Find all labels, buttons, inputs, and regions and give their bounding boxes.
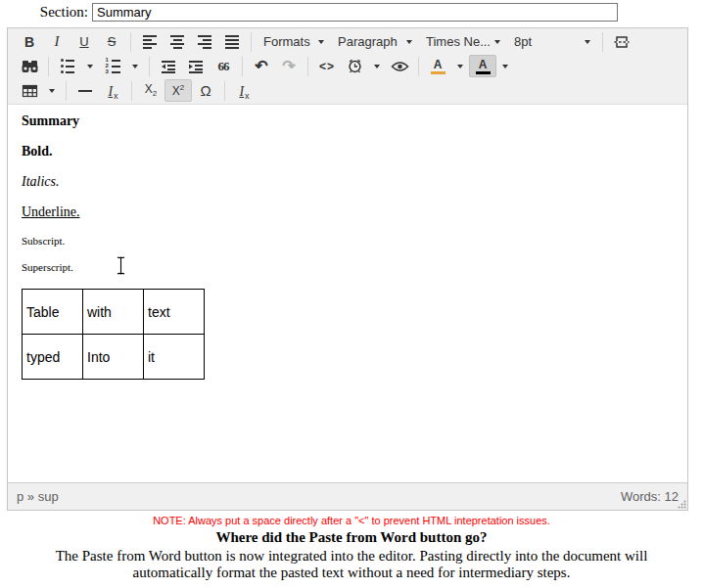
remove-format-button[interactable]: Ix [230,79,258,102]
toolbar-separator [307,57,308,76]
superscript-button[interactable]: X2 [164,79,192,102]
blockquote-button[interactable]: 66 [210,55,237,77]
toolbar-separator [242,57,243,76]
clear-formatting-icon: Ix [108,82,117,100]
chevron-down-icon [49,89,55,93]
font-family-dropdown[interactable]: Times Ne... [419,30,507,53]
numbered-list-button[interactable]: 1 2 3 [99,55,126,77]
toolbar-row-1: B I U S Formats Paragraph [8,29,687,54]
table-row: typed Into it [23,335,205,380]
undo-icon: ↶ [255,59,267,74]
table-cell[interactable]: it [144,335,205,380]
clear-formatting-button[interactable]: Ix [99,79,126,102]
rich-text-editor: B I U S Formats Paragraph [7,27,688,511]
numbered-list-icon: 1 2 3 [106,59,120,73]
outdent-icon [161,60,176,73]
toolbar-separator [602,32,603,52]
table-cell[interactable]: typed [23,335,83,380]
bullet-list-button[interactable] [54,55,81,77]
align-center-icon [170,35,184,49]
paragraph[interactable]: Italics. [22,175,674,189]
toolbar-row-3: Ix X2 X2 Ω Ix [8,78,687,103]
table-caret[interactable] [43,79,61,102]
editor-status-bar: p » sup Words: 12 [8,482,687,510]
justify-button[interactable] [218,30,246,53]
chevron-down-icon [132,65,138,68]
chevron-down-icon [457,65,463,68]
table-cell[interactable]: Table [23,290,83,335]
underline-button[interactable]: U [70,30,98,53]
background-color-swatch [476,71,491,74]
text-color-caret[interactable] [451,55,469,77]
preview-button[interactable] [386,55,413,77]
chevron-down-icon [87,65,93,68]
binoculars-icon [22,59,38,73]
toolbar-separator [48,57,49,76]
table-button[interactable] [16,79,43,102]
table-cell[interactable]: with [83,290,144,335]
italic-icon: I [55,33,60,50]
omega-icon: Ω [200,82,211,99]
section-field-row: Section: [0,0,703,22]
insert-datetime-caret[interactable] [368,55,386,77]
font-size-dropdown[interactable]: 8pt [507,30,597,53]
formats-dropdown-label: Formats [263,34,310,49]
paragraph[interactable]: Summary [22,114,674,128]
toolbar-separator [130,32,131,52]
bullet-list-caret[interactable] [81,55,99,77]
undo-button[interactable]: ↶ [248,55,275,77]
chevron-down-icon [318,40,324,44]
source-code-button[interactable]: <> [313,55,341,77]
eye-icon [391,61,409,72]
redo-button[interactable]: ↷ [275,55,303,77]
table-icon [22,84,38,98]
content-table[interactable]: Table with text typed Into it [22,289,205,380]
indent-icon [188,60,204,73]
bold-button[interactable]: B [16,30,43,53]
bold-icon: B [24,34,34,50]
italic-button[interactable]: I [43,30,70,53]
numbered-list-caret[interactable] [126,55,144,77]
table-cell[interactable]: text [144,290,205,335]
outdent-button[interactable] [155,55,182,77]
formats-dropdown[interactable]: Formats [257,30,331,53]
table-row: Table with text [23,290,205,335]
section-label: Section: [0,4,92,21]
align-left-button[interactable] [136,30,164,53]
editor-toolbars: B I U S Formats Paragraph [8,28,687,105]
font-family-dropdown-label: Times Ne... [426,34,491,49]
code-icon: <> [319,60,335,73]
editor-content-area[interactable]: Summary Bold. Italics. Underline. Subscr… [8,105,687,482]
horizontal-rule-icon [78,90,92,92]
align-center-button[interactable] [164,30,191,53]
text-color-button[interactable]: A [424,55,451,77]
resize-grip[interactable] [678,500,686,509]
background-color-icon: A [476,59,491,74]
find-replace-button[interactable] [16,55,43,77]
element-path[interactable]: p » sup [17,489,59,504]
paragraph-dropdown[interactable]: Paragraph [331,30,419,53]
page-break-button[interactable] [608,30,635,53]
toolbar-row-2: 1 2 3 [8,54,687,78]
background-color-caret[interactable] [496,55,514,77]
chevron-down-icon [502,65,508,68]
table-cell[interactable]: Into [83,335,144,380]
subscript-button[interactable]: X2 [137,79,164,102]
indent-button[interactable] [182,55,210,77]
text-cursor-icon [117,256,125,275]
redo-icon: ↷ [282,59,295,74]
section-input[interactable] [92,3,618,22]
align-right-icon [198,35,211,49]
paragraph[interactable]: Bold. [22,145,674,158]
insert-datetime-button[interactable] [341,55,368,77]
paragraph[interactable]: Underline. [22,205,674,219]
underline-icon: U [79,34,88,49]
justify-icon [225,35,239,49]
special-character-button[interactable]: Ω [192,79,219,102]
remove-format-icon: Ix [239,82,248,100]
align-right-button[interactable] [191,30,218,53]
strikethrough-button[interactable]: S [98,30,125,53]
horizontal-rule-button[interactable] [71,79,99,102]
paragraph[interactable]: Subscript. [22,236,674,247]
background-color-button[interactable]: A [469,55,496,77]
